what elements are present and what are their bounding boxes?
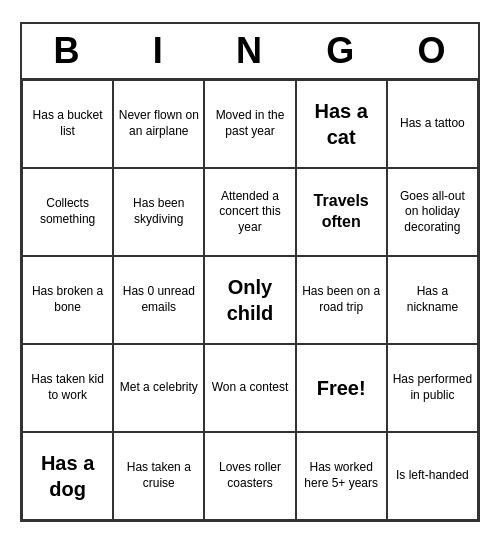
bingo-cell-9: Goes all-out on holiday decorating xyxy=(387,168,478,256)
bingo-cell-12: Only child xyxy=(204,256,295,344)
bingo-cell-23: Has worked here 5+ years xyxy=(296,432,387,520)
bingo-cell-10: Has broken a bone xyxy=(22,256,113,344)
bingo-cell-17: Won a contest xyxy=(204,344,295,432)
bingo-header: BINGO xyxy=(22,24,478,80)
bingo-cell-19: Has performed in public xyxy=(387,344,478,432)
bingo-cell-0: Has a bucket list xyxy=(22,80,113,168)
bingo-cell-21: Has taken a cruise xyxy=(113,432,204,520)
bingo-grid: Has a bucket listNever flown on an airpl… xyxy=(22,80,478,520)
bingo-letter: O xyxy=(387,24,478,80)
bingo-cell-20: Has a dog xyxy=(22,432,113,520)
bingo-letter: G xyxy=(296,24,387,80)
bingo-cell-24: Is left-handed xyxy=(387,432,478,520)
bingo-letter: I xyxy=(113,24,204,80)
bingo-letter: N xyxy=(204,24,295,80)
bingo-cell-4: Has a tattoo xyxy=(387,80,478,168)
bingo-cell-6: Has been skydiving xyxy=(113,168,204,256)
bingo-cell-3: Has a cat xyxy=(296,80,387,168)
bingo-cell-14: Has a nickname xyxy=(387,256,478,344)
bingo-cell-1: Never flown on an airplane xyxy=(113,80,204,168)
bingo-card: BINGO Has a bucket listNever flown on an… xyxy=(20,22,480,522)
bingo-cell-11: Has 0 unread emails xyxy=(113,256,204,344)
bingo-cell-5: Collects something xyxy=(22,168,113,256)
bingo-cell-15: Has taken kid to work xyxy=(22,344,113,432)
bingo-cell-22: Loves roller coasters xyxy=(204,432,295,520)
bingo-cell-18: Free! xyxy=(296,344,387,432)
bingo-cell-8: Travels often xyxy=(296,168,387,256)
bingo-cell-16: Met a celebrity xyxy=(113,344,204,432)
bingo-cell-13: Has been on a road trip xyxy=(296,256,387,344)
bingo-letter: B xyxy=(22,24,113,80)
bingo-cell-2: Moved in the past year xyxy=(204,80,295,168)
bingo-cell-7: Attended a concert this year xyxy=(204,168,295,256)
